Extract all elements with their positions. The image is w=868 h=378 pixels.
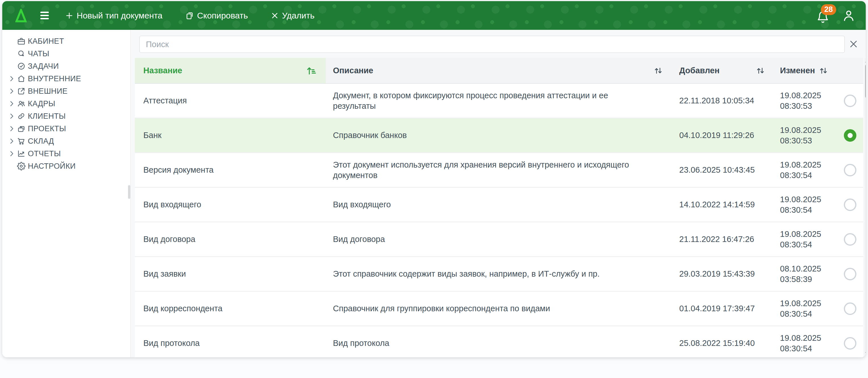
chart-icon	[17, 149, 26, 158]
gear-icon	[17, 162, 26, 170]
scroll-down-arrow[interactable]	[865, 352, 866, 355]
sidebar-item-tasks[interactable]: ЗАДАЧИ	[2, 60, 130, 72]
column-header-select	[837, 58, 863, 83]
table-row[interactable]: Вид заявкиЭтот справочник содержит виды …	[135, 257, 863, 292]
notification-badge: 28	[821, 4, 836, 15]
sidebar-item-label: КАБИНЕТ	[28, 37, 64, 46]
table-row[interactable]: Версия документаЭтот документ использует…	[135, 153, 863, 188]
cell-added: 25.08.2022 15:19:40	[668, 326, 773, 357]
copy-button[interactable]: Скопировать	[184, 9, 249, 22]
sidebar-item-internal[interactable]: ВНУТРЕННИЕ	[2, 72, 130, 85]
row-radio[interactable]	[844, 337, 856, 350]
sidebar-scrollbar-thumb[interactable]	[128, 185, 130, 199]
table-row[interactable]: БанкСправочник банков04.10.2019 11:29:26…	[135, 118, 863, 153]
new-doc-type-button[interactable]: Новый тип документа	[64, 9, 163, 22]
cell-description: Справочник банков	[326, 118, 668, 152]
chevron-right-icon[interactable]	[8, 150, 15, 157]
scroll-up-arrow[interactable]	[865, 59, 866, 62]
sidebar-item-label: ПРОЕКТЫ	[28, 124, 66, 133]
sidebar-item-warehouse[interactable]: СКЛАД	[2, 135, 130, 147]
column-header-modified[interactable]: Изменен	[773, 58, 837, 83]
sidebar-item-hr[interactable]: КАДРЫ	[2, 97, 130, 110]
delete-button[interactable]: Удалить	[269, 9, 316, 22]
doc-types-table: Название Описание Добавлен	[135, 58, 863, 357]
cell-description: Вид протокола	[326, 326, 668, 357]
column-header-description[interactable]: Описание	[326, 58, 668, 83]
notifications-button[interactable]: 28	[816, 8, 829, 24]
sidebar-item-label: СКЛАД	[28, 137, 54, 146]
chevron-right-icon[interactable]	[8, 138, 15, 145]
row-radio[interactable]	[844, 199, 856, 211]
sidebar-item-label: ЗАДАЧИ	[28, 62, 59, 71]
row-radio[interactable]	[844, 233, 856, 246]
menu-toggle-button[interactable]	[40, 12, 49, 19]
cell-modified: 19.08.2025 08:30:53	[773, 118, 837, 152]
new-doc-type-label: Новый тип документа	[76, 11, 162, 21]
table-body: АттестацияДокумент, в котором фиксируютс…	[135, 84, 863, 357]
chevron-right-icon[interactable]	[8, 100, 15, 107]
sidebar-item-projects[interactable]: ПРОЕКТЫ	[2, 122, 130, 135]
cell-name: Вид протокола	[135, 326, 326, 357]
sidebar-nav: КАБИНЕТЧАТЫЗАДАЧИВНУТРЕННИЕВНЕШНИЕКАДРЫК…	[2, 35, 130, 172]
sort-icon[interactable]	[818, 66, 829, 76]
cell-description: Этот документ используется для хранения …	[326, 153, 668, 187]
cell-added: 29.03.2019 15:43:39	[668, 257, 773, 291]
link-icon	[17, 112, 26, 120]
row-radio[interactable]	[844, 129, 856, 142]
sidebar-item-clients[interactable]: КЛИЕНТЫ	[2, 110, 130, 122]
sidebar-item-cabinet[interactable]: КАБИНЕТ	[2, 35, 130, 48]
chat-icon	[17, 50, 26, 58]
row-radio[interactable]	[844, 268, 856, 280]
sidebar-item-label: ВНЕШНИЕ	[28, 87, 67, 96]
sidebar-item-label: НАСТРОЙКИ	[28, 162, 76, 171]
cell-name: Вид заявки	[135, 257, 326, 291]
cart-icon	[17, 137, 26, 145]
cell-added: 14.10.2022 14:14:59	[668, 188, 773, 222]
sidebar-item-reports[interactable]: ОТЧЕТЫ	[2, 147, 130, 160]
chevron-right-icon[interactable]	[8, 125, 15, 132]
column-header-added[interactable]: Добавлен	[668, 58, 773, 83]
search-input[interactable]	[140, 36, 845, 53]
people-icon	[17, 99, 26, 108]
cell-modified: 19.08.2025 08:30:54	[773, 292, 837, 325]
cell-added: 01.04.2019 17:39:47	[668, 292, 773, 325]
cell-select	[837, 257, 863, 291]
cell-name: Версия документа	[135, 153, 326, 187]
sidebar-item-settings[interactable]: НАСТРОЙКИ	[2, 160, 130, 172]
column-label: Название	[143, 66, 182, 75]
table-row[interactable]: Вид корреспондентаСправочник для группир…	[135, 292, 863, 326]
chevron-right-icon[interactable]	[8, 75, 15, 82]
sidebar-item-external[interactable]: ВНЕШНИЕ	[2, 85, 130, 97]
cell-select	[837, 118, 863, 152]
home-icon	[17, 75, 26, 83]
column-header-name[interactable]: Название	[135, 58, 326, 83]
cell-name: Вид корреспондента	[135, 292, 326, 325]
search-clear-button[interactable]	[847, 38, 860, 51]
cell-description: Этот справочник содержит виды заявок, на…	[326, 257, 668, 291]
cell-select	[837, 222, 863, 256]
chevron-right-icon[interactable]	[8, 87, 15, 95]
column-label: Добавлен	[679, 66, 719, 75]
cell-select	[837, 326, 863, 357]
row-radio[interactable]	[844, 94, 856, 107]
user-menu-button[interactable]	[842, 9, 856, 23]
row-radio[interactable]	[844, 164, 856, 176]
cell-modified: 19.08.2025 08:30:53	[773, 84, 837, 118]
row-radio[interactable]	[844, 302, 856, 315]
table-row[interactable]: АттестацияДокумент, в котором фиксируютс…	[135, 84, 863, 118]
cell-select	[837, 84, 863, 118]
table-scrollbar-thumb[interactable]	[865, 64, 866, 98]
chevron-right-icon[interactable]	[8, 113, 15, 120]
cell-added: 22.11.2018 10:05:34	[668, 84, 773, 118]
cell-name: Вид входящего	[135, 188, 326, 222]
sort-icon[interactable]	[755, 66, 766, 76]
table-row[interactable]: Вид входящегоВид входящего14.10.2022 14:…	[135, 188, 863, 222]
sort-ascending-icon[interactable]	[306, 65, 317, 77]
column-label: Изменен	[780, 66, 815, 75]
table-scrollbar-track[interactable]	[864, 58, 866, 357]
sidebar-item-chats[interactable]: ЧАТЫ	[2, 48, 130, 60]
sort-icon[interactable]	[653, 66, 663, 76]
table-row[interactable]: Вид договораВид договора21.11.2022 16:47…	[135, 222, 863, 257]
sidebar-item-label: ВНУТРЕННИЕ	[28, 75, 81, 83]
table-row[interactable]: Вид протоколаВид протокола25.08.2022 15:…	[135, 326, 863, 357]
